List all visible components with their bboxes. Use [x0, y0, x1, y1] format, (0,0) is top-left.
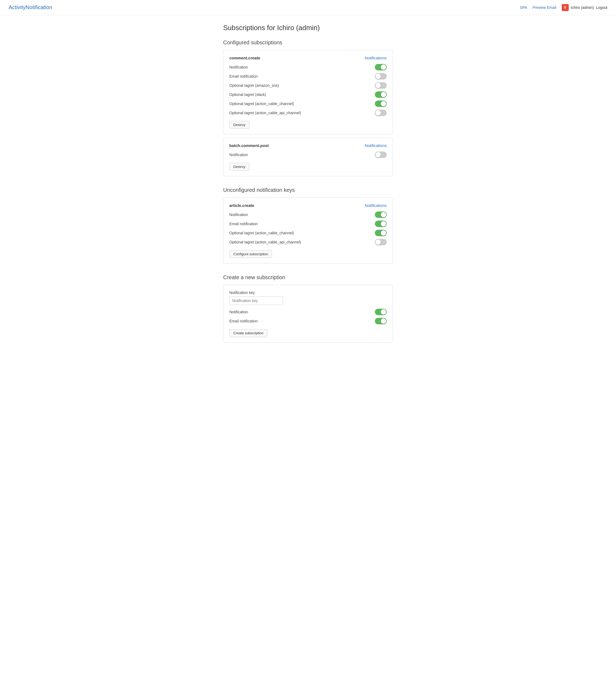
toggle-label-notification-bcp: Notification: [229, 153, 375, 157]
unconfigured-heading: Unconfigured notification keys: [223, 187, 393, 193]
create-heading: Create a new subscription: [223, 274, 393, 280]
toggle-label-email-cc: Email notification: [229, 74, 375, 79]
toggle-row-cable-ac: Optional tagret (action_cable_channel): [229, 230, 387, 236]
toggle-row-email-new: Email notification: [229, 318, 387, 324]
notifications-link-ac[interactable]: Notifications: [365, 203, 387, 208]
toggle-row-email-cc: Email notification: [229, 73, 387, 80]
nav-sep-1: ·: [529, 5, 530, 10]
toggle-row-slack-cc: Optional tagret (slack): [229, 91, 387, 98]
notification-key-label: Notification key: [229, 290, 387, 295]
toggle-label-cable-api-ac: Optional tagret (action_cable_api_channe…: [229, 240, 375, 244]
toggle-cable-ac[interactable]: [375, 230, 387, 236]
notification-key-input[interactable]: [229, 296, 283, 305]
logout-link[interactable]: Logout: [596, 5, 608, 10]
card-batch-comment-post: batch.comment.post Notifications Notific…: [223, 138, 393, 176]
card-title-comment-create: comment.create Notifications: [229, 56, 387, 60]
configured-section: Configured subscriptions comment.create …: [223, 40, 393, 176]
card-comment-create: comment.create Notifications Notificatio…: [223, 50, 393, 134]
toggle-cable-api-ac[interactable]: [375, 239, 387, 245]
toggle-row-cable-cc: Optional tagret (action_cable_channel): [229, 101, 387, 107]
toggle-row-amazon-cc: Optional tagret (amazon_sns): [229, 82, 387, 89]
create-section: Create a new subscription Notification k…: [223, 274, 393, 342]
preview-email-link[interactable]: Preview Email: [532, 5, 556, 10]
card-title-text-ac: article.create: [229, 203, 254, 208]
toggle-label-cable-ac: Optional tagret (action_cable_channel): [229, 231, 375, 235]
toggle-row-notification-bcp: Notification: [229, 151, 387, 158]
toggle-label-cable-cc: Optional tagret (action_cable_channel): [229, 102, 375, 106]
navbar: ActivityNotification SPA · Preview Email…: [0, 0, 616, 15]
notifications-link-comment-create[interactable]: Notifications: [365, 56, 387, 60]
toggle-cable-api-cc[interactable]: [375, 110, 387, 116]
toggle-label-notification-cc: Notification: [229, 65, 375, 69]
toggle-label-notification-ac: Notification: [229, 212, 375, 217]
toggle-row-notification-ac: Notification: [229, 211, 387, 218]
brand-link[interactable]: ActivityNotification: [8, 4, 52, 11]
create-card: Notification key Notification Email noti…: [223, 285, 393, 342]
destroy-button-bcp[interactable]: Destroy: [229, 163, 249, 171]
unconfigured-section: Unconfigured notification keys article.c…: [223, 187, 393, 264]
user-avatar: 5: [562, 4, 569, 11]
toggle-row-email-ac: Email notification: [229, 221, 387, 227]
toggle-label-cable-api-cc: Optional tagret (action_cable_api_channe…: [229, 111, 375, 115]
create-subscription-button[interactable]: Create subscription: [229, 329, 267, 337]
toggle-notification-new[interactable]: [375, 309, 387, 315]
toggle-cable-cc[interactable]: [375, 101, 387, 107]
toggle-label-email-ac: Email notification: [229, 222, 375, 226]
card-article-create: article.create Notifications Notificatio…: [223, 197, 393, 264]
configure-subscription-button[interactable]: Configure subscription: [229, 250, 272, 258]
toggle-notification-bcp[interactable]: [375, 151, 387, 158]
card-title-text-comment-create: comment.create: [229, 56, 260, 60]
toggle-label-email-new: Email notification: [229, 319, 375, 323]
notifications-link-bcp[interactable]: Notifications: [365, 143, 387, 148]
toggle-label-notification-new: Notification: [229, 310, 375, 314]
toggle-label-amazon-cc: Optional tagret (amazon_sns): [229, 83, 375, 88]
user-label: Ichiro (admin): [571, 5, 594, 10]
toggle-amazon-cc[interactable]: [375, 82, 387, 89]
page-title: Subscriptions for Ichiro (admin): [223, 24, 393, 32]
spa-link[interactable]: SPA: [520, 5, 527, 10]
toggle-slack-cc[interactable]: [375, 91, 387, 98]
toggle-row-cable-api-cc: Optional tagret (action_cable_api_channe…: [229, 110, 387, 116]
configured-heading: Configured subscriptions: [223, 40, 393, 46]
toggle-notification-cc[interactable]: [375, 64, 387, 70]
card-title-batch-comment-post: batch.comment.post Notifications: [229, 143, 387, 148]
nav-sep-2: ·: [558, 5, 559, 10]
destroy-button-comment-create[interactable]: Destroy: [229, 121, 249, 129]
toggle-email-cc[interactable]: [375, 73, 387, 80]
toggle-notification-ac[interactable]: [375, 211, 387, 218]
toggle-row-notification-new: Notification: [229, 309, 387, 315]
toggle-label-slack-cc: Optional tagret (slack): [229, 92, 375, 97]
toggle-email-new[interactable]: [375, 318, 387, 324]
card-title-text-bcp: batch.comment.post: [229, 143, 269, 148]
card-title-article-create: article.create Notifications: [229, 203, 387, 208]
toggle-row-cable-api-ac: Optional tagret (action_cable_api_channe…: [229, 239, 387, 245]
toggle-email-ac[interactable]: [375, 221, 387, 227]
main-content: Subscriptions for Ichiro (admin) Configu…: [217, 15, 399, 370]
nav-links: SPA · Preview Email · 5 Ichiro (admin) L…: [520, 4, 608, 11]
toggle-row-notification-cc: Notification: [229, 64, 387, 70]
